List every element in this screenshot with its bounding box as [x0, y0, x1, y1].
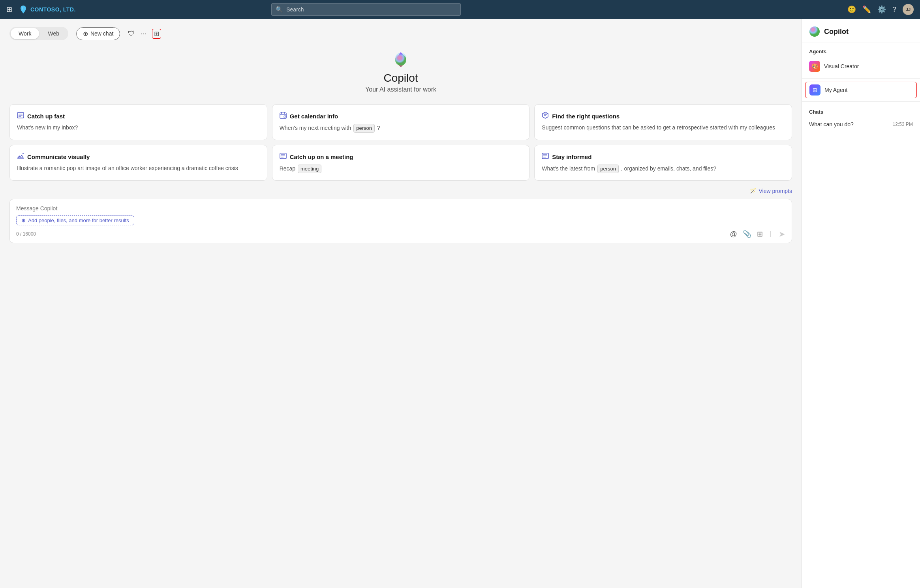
user-avatar[interactable]: JJ	[903, 4, 914, 15]
card-meeting-chip: meeting	[298, 165, 321, 173]
card-informed-title: Stay informed	[552, 154, 591, 160]
card-calendar-body: When's my next meeting with person ?	[280, 124, 522, 133]
card-catch-up-meeting[interactable]: Catch up on a meeting Recap meeting	[272, 145, 530, 181]
message-input-box: ⊕ Add people, files, and more for better…	[9, 199, 792, 243]
top-navigation: ⊞ CONTOSO, LTD. 🔍 🙂 ✏️ ⚙️ ? JJ	[0, 0, 920, 19]
sidebar-divider-2	[802, 101, 920, 102]
card-meeting-title: Catch up on a meeting	[290, 154, 353, 160]
nav-actions: 🙂 ✏️ ⚙️ ? JJ	[847, 4, 914, 15]
more-options-icon[interactable]: ···	[141, 30, 146, 38]
message-actions: @ 📎 ⊞ | ➤	[730, 229, 785, 239]
tab-web[interactable]: Web	[40, 28, 67, 39]
right-sidebar: Copilot Agents 🎨 Visual Creator ⊞ My Age…	[802, 19, 920, 588]
card-communicate-visually[interactable]: Communicate visually Illustrate a romant…	[9, 145, 267, 181]
new-chat-button[interactable]: ⊕ New chat	[76, 27, 120, 40]
card-catch-up-fast[interactable]: Catch up fast What's new in my inbox?	[9, 104, 267, 140]
card-catch-fast-icon	[17, 112, 24, 121]
help-icon[interactable]: ?	[892, 6, 896, 14]
hero-title: Copilot	[383, 72, 418, 84]
grid-action-icon[interactable]: ⊞	[757, 230, 763, 238]
settings-icon[interactable]: ⚙️	[877, 5, 886, 14]
tab-bar: Work Web ⊕ New chat 🛡 ··· ⊞	[9, 27, 792, 40]
at-mention-icon[interactable]: @	[730, 230, 737, 238]
message-input-field[interactable]	[16, 205, 785, 212]
search-bar[interactable]: 🔍	[271, 3, 461, 16]
card-calendar-title: Get calendar info	[290, 113, 338, 120]
visual-creator-icon: 🎨	[809, 61, 820, 72]
copilot-logo-icon	[390, 50, 412, 72]
company-logo: CONTOSO, LTD.	[19, 5, 76, 14]
prompt-cards-grid: Catch up fast What's new in my inbox? Ge…	[9, 104, 792, 181]
prompts-icon: 🪄	[749, 188, 756, 194]
my-agent-item[interactable]: ⊞ My Agent	[805, 82, 917, 98]
visual-creator-item[interactable]: 🎨 Visual Creator	[802, 58, 920, 75]
chats-section-label: Chats	[802, 105, 920, 118]
view-prompts-link[interactable]: 🪄 View prompts	[9, 188, 792, 194]
view-prompts-label: View prompts	[759, 188, 792, 194]
card-catch-fast-title: Catch up fast	[27, 113, 65, 120]
mode-toggle: Work Web	[9, 27, 68, 40]
content-area: Work Web ⊕ New chat 🛡 ··· ⊞	[0, 19, 802, 588]
logo-leaf-icon	[19, 5, 28, 14]
chat-item-time: 12:53 PM	[893, 122, 913, 127]
card-visual-icon	[17, 152, 24, 161]
send-button[interactable]: ➤	[779, 229, 785, 239]
card-questions-icon	[542, 112, 549, 121]
card-questions-title: Find the right questions	[552, 113, 620, 120]
search-input[interactable]	[286, 6, 456, 13]
card-meeting-body: Recap meeting	[280, 165, 522, 173]
svg-point-0	[395, 54, 406, 66]
card-find-questions[interactable]: Find the right questions Suggest common …	[534, 104, 792, 140]
company-name: CONTOSO, LTD.	[30, 6, 76, 13]
card-informed-chip: person	[597, 165, 619, 173]
card-calendar-chip: person	[353, 124, 375, 133]
tab-work[interactable]: Work	[11, 28, 39, 39]
sidebar-copilot-logo	[809, 26, 820, 37]
main-layout: Work Web ⊕ New chat 🛡 ··· ⊞	[0, 19, 920, 588]
card-visual-body: Illustrate a romantic pop art image of a…	[17, 165, 260, 172]
card-informed-body: What's the latest from person , organize…	[542, 165, 785, 173]
plus-circle-icon: ⊕	[83, 30, 88, 37]
card-get-calendar-info[interactable]: Get calendar info When's my next meeting…	[272, 104, 530, 140]
char-counter: 0 / 16000	[16, 231, 36, 237]
panel-icon[interactable]: ⊞	[152, 29, 161, 39]
card-visual-title: Communicate visually	[27, 154, 90, 160]
card-questions-body: Suggest common questions that can be ask…	[542, 124, 785, 132]
shield-icon[interactable]: 🛡	[128, 30, 135, 38]
plus-icon: ⊕	[21, 217, 26, 223]
agents-section-label: Agents	[802, 43, 920, 58]
hero-subtitle: Your AI assistant for work	[365, 86, 436, 93]
add-context-button[interactable]: ⊕ Add people, files, and more for better…	[16, 215, 134, 225]
compose-icon[interactable]: ✏️	[862, 5, 871, 14]
search-icon: 🔍	[276, 6, 283, 13]
message-footer: 0 / 16000 @ 📎 ⊞ | ➤	[16, 229, 785, 239]
card-stay-informed[interactable]: Stay informed What's the latest from per…	[534, 145, 792, 181]
card-catch-fast-body: What's new in my inbox?	[17, 124, 260, 132]
hero-section: Copilot Your AI assistant for work	[9, 50, 792, 93]
my-agent-label: My Agent	[824, 87, 847, 93]
my-agent-icon: ⊞	[809, 84, 820, 96]
toolbar-icons: 🛡 ··· ⊞	[128, 29, 161, 39]
card-meeting-icon	[280, 152, 287, 161]
chat-item[interactable]: What can you do? 12:53 PM	[802, 118, 920, 131]
grid-icon[interactable]: ⊞	[6, 5, 12, 14]
chat-item-text: What can you do?	[809, 121, 854, 127]
emoji-icon[interactable]: 🙂	[847, 5, 856, 14]
card-calendar-icon	[280, 112, 287, 121]
sidebar-divider	[802, 78, 920, 79]
attachment-icon[interactable]: 📎	[743, 230, 751, 238]
visual-creator-label: Visual Creator	[824, 63, 859, 69]
svg-point-21	[809, 26, 820, 37]
sidebar-header: Copilot	[802, 19, 920, 43]
add-context-label: Add people, files, and more for better r…	[28, 217, 129, 223]
card-informed-icon	[542, 152, 549, 161]
sidebar-title: Copilot	[824, 28, 849, 36]
